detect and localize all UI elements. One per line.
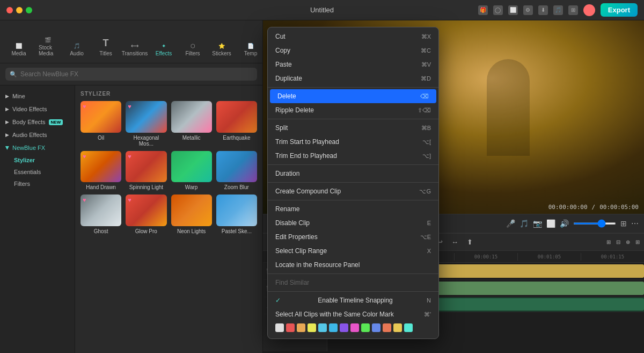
swatch-indigo[interactable] — [372, 323, 380, 332]
toolbar-temp[interactable]: 📄 Temp — [237, 41, 264, 59]
menu-item-locate[interactable]: Locate in the Resource Panel — [268, 258, 438, 272]
audio-icon[interactable]: 🎵 — [553, 5, 563, 15]
sidebar-item-body-effects[interactable]: ▶ Body Effects NEW — [0, 116, 75, 128]
pip-btn[interactable]: ⬜ — [546, 219, 555, 228]
effect-thumb-ghost: ♥ — [80, 194, 121, 226]
sidebar-item-filters[interactable]: Filters — [9, 178, 75, 190]
snapping-shortcut: N — [427, 297, 431, 304]
share-icon[interactable]: ⬜ — [508, 5, 518, 15]
swatch-teal[interactable] — [404, 323, 413, 332]
rename-label: Rename — [275, 205, 299, 213]
menu-divider-5 — [268, 200, 438, 200]
swatch-pink[interactable] — [350, 323, 359, 332]
timeline-snap-icon: ⊞ — [606, 239, 611, 245]
fullscreen-button[interactable] — [26, 7, 32, 13]
menu-item-copy[interactable]: Copy ⌘C — [268, 44, 438, 57]
menu-item-split[interactable]: Split ⌘B — [268, 121, 438, 135]
snapshot-btn[interactable]: 📷 — [533, 219, 542, 228]
toolbar-transitions[interactable]: ⟷ Transitions — [121, 41, 148, 59]
effect-name-neon: Neon Lights — [171, 228, 212, 234]
swatch-salmon[interactable] — [383, 323, 391, 332]
toolbar-titles[interactable]: T Titles — [92, 35, 119, 59]
toolbar-stickers[interactable]: ⭐ Stickers — [208, 41, 235, 59]
timeline-plus-icon: ⊕ — [626, 239, 630, 245]
swatch-cyan[interactable] — [318, 323, 327, 332]
filters-label: Filters — [185, 51, 200, 56]
sidebar-label-body: Body Effects — [12, 119, 46, 125]
menu-item-paste[interactable]: Paste ⌘V — [268, 57, 438, 71]
settings-icon[interactable]: ⚙ — [523, 5, 533, 15]
flip-btn[interactable]: ↔ — [449, 236, 461, 248]
swatch-white[interactable] — [275, 323, 284, 332]
sidebar-item-video-effects[interactable]: ▶ Video Effects — [0, 103, 75, 116]
effect-thumb-metallic — [171, 101, 212, 133]
sidebar-item-stylizer[interactable]: Stylizer — [9, 154, 75, 166]
effect-name-hex: Hexagonal Mos... — [126, 135, 166, 147]
swatch-orange[interactable] — [297, 323, 305, 332]
volume-slider[interactable] — [573, 222, 616, 225]
menu-item-ripple-delete[interactable]: Ripple Delete ⇧⌫ — [268, 103, 438, 117]
menu-item-find-similar: Find Similar — [268, 276, 438, 290]
menu-item-edit-props[interactable]: Edit Properties ⌥E — [268, 230, 438, 244]
user-avatar[interactable] — [583, 4, 595, 16]
effect-item-oil[interactable]: ♥ Oil — [80, 101, 121, 147]
menu-item-delete[interactable]: Delete ⌫ — [270, 89, 436, 103]
toolbar-audio[interactable]: 🎵 Audio — [63, 41, 90, 59]
effect-item-earthquake[interactable]: Earthquake — [216, 101, 257, 147]
menu-item-snapping[interactable]: ✓ Enable Timeline Snapping N — [268, 293, 438, 307]
check-icon: ✓ — [275, 297, 281, 304]
sidebar-item-essentials[interactable]: Essentials — [9, 166, 75, 178]
close-button[interactable] — [6, 7, 13, 13]
ruler-tick-5: 00:01:15 — [581, 253, 644, 261]
effect-item-ghost[interactable]: ♥ Ghost — [80, 194, 121, 234]
heart-icon: ♥ — [128, 153, 131, 160]
swatch-blue[interactable] — [329, 323, 338, 332]
toolbar-effects[interactable]: ✦ Effects — [150, 41, 177, 59]
swatch-yellow[interactable] — [308, 323, 316, 332]
sidebar-label-video: Video Effects — [12, 106, 47, 112]
swatch-red[interactable] — [286, 323, 295, 332]
sidebar-item-newblue[interactable]: ▶ NewBlue FX — [0, 141, 75, 154]
effect-item-glowpro[interactable]: ♥ Glow Pro — [126, 194, 166, 234]
menu-item-duration[interactable]: Duration — [268, 167, 438, 181]
minimize-button[interactable] — [16, 7, 23, 13]
sidebar-item-audio-effects[interactable]: ▶ Audio Effects — [0, 128, 75, 141]
voiceover-btn[interactable]: 🎵 — [519, 219, 529, 228]
menu-item-duplicate[interactable]: Duplicate ⌘D — [268, 71, 438, 85]
export-button[interactable]: Export — [601, 3, 638, 17]
effect-item-pastel[interactable]: Pastel Ske... — [216, 194, 257, 234]
menu-item-trim-start[interactable]: Trim Start to Playhead ⌥[ — [268, 135, 438, 149]
grid-icon[interactable]: ⊞ — [568, 5, 578, 15]
swatch-green[interactable] — [361, 323, 370, 332]
gift-icon[interactable]: 🎁 — [478, 5, 488, 15]
effect-item-spinning[interactable]: ♥ Spinning Light — [126, 151, 166, 191]
menu-item-cut[interactable]: Cut ⌘X — [268, 30, 438, 44]
effect-item-neon[interactable]: Neon Lights — [171, 194, 212, 234]
menu-item-select-range[interactable]: Select Clip Range X — [268, 244, 438, 258]
toolbar-stock[interactable]: 🎬 Stock Media — [34, 35, 61, 59]
menu-item-trim-end[interactable]: Trim End to Playhead ⌥] — [268, 149, 438, 163]
menu-item-rename[interactable]: Rename — [268, 202, 438, 216]
download-icon[interactable]: ⬇ — [538, 5, 548, 15]
notification-icon[interactable]: ◯ — [493, 5, 503, 15]
toolbar-filters[interactable]: ⬡ Filters — [179, 41, 206, 59]
effect-item-warp[interactable]: Warp — [171, 151, 212, 191]
effect-item-zoomblur[interactable]: Zoom Blur — [216, 151, 257, 191]
toolbar-media[interactable]: ⬜ Media — [5, 41, 32, 59]
search-input[interactable] — [5, 68, 257, 81]
sidebar-item-mine[interactable]: ▶ Mine — [0, 90, 75, 103]
menu-item-disable[interactable]: Disable Clip E — [268, 216, 438, 230]
effect-item-metallic[interactable]: Metallic — [171, 101, 212, 147]
volume-icon: 🔊 — [560, 219, 569, 228]
effect-name-spinning: Spinning Light — [126, 184, 166, 190]
export-small-btn[interactable]: ⬆ — [464, 236, 475, 248]
more-btn[interactable]: ⋯ — [631, 219, 639, 228]
mic-btn[interactable]: 🎤 — [506, 219, 515, 228]
fullscreen-btn[interactable]: ⊞ — [620, 219, 627, 228]
swatch-gold[interactable] — [393, 323, 402, 332]
effect-item-hex[interactable]: ♥ Hexagonal Mos... — [126, 101, 166, 147]
swatch-purple[interactable] — [340, 323, 348, 332]
menu-item-compound[interactable]: Create Compound Clip ⌥G — [268, 184, 438, 198]
menu-item-color-mark[interactable]: Select All Clips with the Same Color Mar… — [268, 307, 438, 321]
effect-item-handdrawn[interactable]: ♥ Hand Drawn — [80, 151, 121, 191]
